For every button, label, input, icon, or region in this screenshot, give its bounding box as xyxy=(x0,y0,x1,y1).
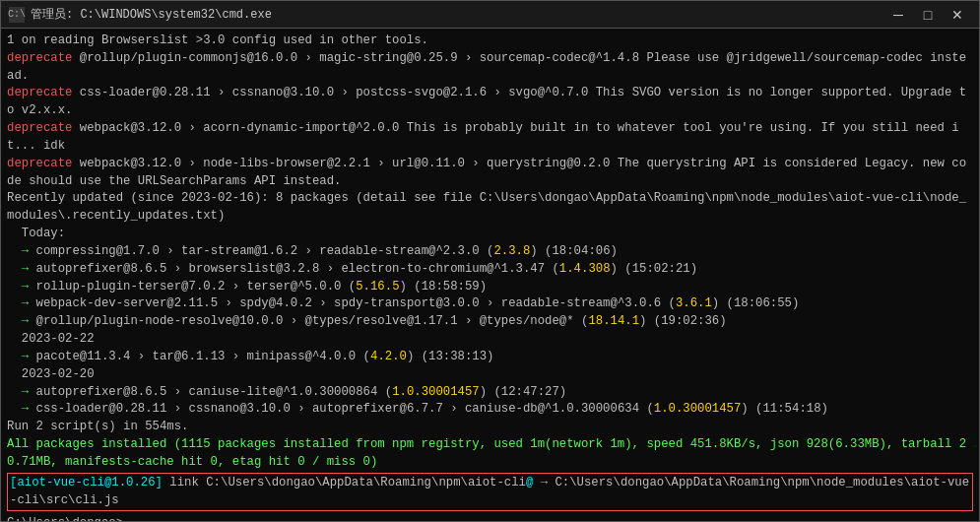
line-11: → webpack-dev-server@2.11.5 › spdy@4.0.2… xyxy=(7,295,973,313)
line-8: → compressing@1.7.0 › tar-stream@1.6.2 ›… xyxy=(7,243,973,261)
line-16: → autoprefixer@8.6.5 › caniuse-lite@^1.0… xyxy=(7,384,973,402)
line-2: deprecate @rollup/plugin-commonjs@16.0.0… xyxy=(7,50,973,86)
line-19: All packages installed (1115 packages in… xyxy=(7,436,973,472)
close-button[interactable]: ✕ xyxy=(944,4,971,26)
minimize-button[interactable]: ─ xyxy=(884,4,912,26)
line-7: Today: xyxy=(7,226,973,243)
line-4: deprecate webpack@3.12.0 › acorn-dynamic… xyxy=(7,120,973,156)
line-10: → rollup-plugin-terser@7.0.2 › terser@^5… xyxy=(7,279,973,296)
cmd-window: C:\ 管理员: C:\WINDOWS\system32\cmd.exe ─ □… xyxy=(0,0,980,522)
line-18: Run 2 script(s) in 554ms. xyxy=(7,419,973,436)
line-15: 2023-02-20 xyxy=(7,366,973,384)
title-left: C:\ 管理员: C:\WINDOWS\system32\cmd.exe xyxy=(9,6,272,23)
line-9: → autoprefixer@8.6.5 › browserslist@3.2.… xyxy=(7,261,973,279)
prompt-line: C:\Users\dongao> xyxy=(7,515,973,521)
line-12: → @rollup/plugin-node-resolve@10.0.0 › @… xyxy=(7,313,973,331)
line-17: → css-loader@0.28.11 › cssnano@3.10.0 › … xyxy=(7,401,973,419)
line-1: 1 on reading Browserslist >3.0 config us… xyxy=(7,33,973,50)
highlighted-install-line: [aiot-vue-cli@1.0.26] link C:\Users\dong… xyxy=(7,473,973,512)
window-title: 管理员: C:\WINDOWS\system32\cmd.exe xyxy=(31,6,272,23)
line-6: Recently updated (since 2023-02-16): 8 p… xyxy=(7,190,973,226)
line-13: 2023-02-22 xyxy=(7,331,973,349)
line-5: deprecate webpack@3.12.0 › node-libs-bro… xyxy=(7,156,973,191)
title-bar: C:\ 管理员: C:\WINDOWS\system32\cmd.exe ─ □… xyxy=(1,1,979,29)
maximize-button[interactable]: □ xyxy=(914,4,942,26)
terminal-body[interactable]: 1 on reading Browserslist >3.0 config us… xyxy=(1,29,979,521)
cmd-icon: C:\ xyxy=(9,7,25,23)
line-3: deprecate css-loader@0.28.11 › cssnano@3… xyxy=(7,85,973,120)
line-14: → pacote@11.3.4 › tar@6.1.13 › minipass@… xyxy=(7,349,973,366)
title-controls: ─ □ ✕ xyxy=(884,4,971,26)
